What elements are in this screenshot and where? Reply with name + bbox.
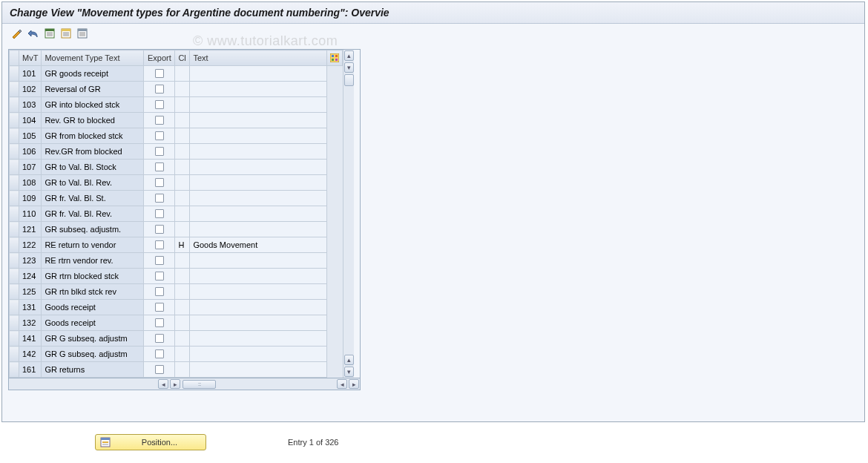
cell-text[interactable] xyxy=(190,253,327,269)
export-checkbox[interactable] xyxy=(155,318,164,327)
row-selector[interactable] xyxy=(10,222,19,237)
cell-desc[interactable]: Reversal of GR xyxy=(42,82,144,97)
cell-export[interactable] xyxy=(144,300,175,315)
cell-desc[interactable]: Rev. GR to blocked xyxy=(42,113,144,128)
cell-export[interactable] xyxy=(144,347,175,362)
row-selector[interactable] xyxy=(10,175,19,191)
cell-cl[interactable] xyxy=(175,284,190,300)
cell-export[interactable] xyxy=(144,113,175,128)
row-selector[interactable] xyxy=(10,66,19,82)
row-selector[interactable] xyxy=(10,253,19,269)
cell-desc[interactable]: GR fr. Val. Bl. Rev. xyxy=(42,206,144,222)
row-selector[interactable] xyxy=(10,237,19,253)
vertical-scrollbar[interactable]: ▴ ▾ ▴ ▾ xyxy=(343,50,354,378)
deselect-all-button[interactable] xyxy=(59,27,73,40)
cell-cl[interactable] xyxy=(175,362,190,378)
row-selector[interactable] xyxy=(10,128,19,144)
row-selector[interactable] xyxy=(10,97,19,113)
cell-cl[interactable] xyxy=(175,160,190,175)
cell-text[interactable] xyxy=(190,160,327,175)
col-header-cl[interactable]: Cl xyxy=(175,50,190,66)
cell-text[interactable] xyxy=(190,66,327,82)
cell-cl[interactable] xyxy=(175,331,190,347)
cell-mvt[interactable]: 107 xyxy=(19,160,42,175)
export-checkbox[interactable] xyxy=(155,240,164,249)
export-checkbox[interactable] xyxy=(155,272,164,280)
horizontal-scrollbar[interactable]: ◂ ▸ ::: ◂ ▸ xyxy=(8,378,361,390)
cell-mvt[interactable]: 109 xyxy=(19,191,42,206)
scroll-top-button[interactable]: ▴ xyxy=(344,50,354,61)
cell-export[interactable] xyxy=(144,269,175,284)
cell-text[interactable] xyxy=(190,347,327,362)
row-selector[interactable] xyxy=(10,144,19,160)
row-selector-header[interactable] xyxy=(10,50,19,66)
cell-mvt[interactable]: 161 xyxy=(19,362,42,378)
cell-export[interactable] xyxy=(144,362,175,378)
cell-desc[interactable]: GR subseq. adjustm. xyxy=(42,222,144,237)
cell-desc[interactable]: Goods receipt xyxy=(42,300,144,315)
export-checkbox[interactable] xyxy=(155,100,164,109)
cell-mvt[interactable]: 102 xyxy=(19,82,42,97)
cell-export[interactable] xyxy=(144,315,175,331)
cell-mvt[interactable]: 121 xyxy=(19,222,42,237)
cell-export[interactable] xyxy=(144,97,175,113)
cell-desc[interactable]: GR returns xyxy=(42,362,144,378)
row-selector[interactable] xyxy=(10,347,19,362)
cell-mvt[interactable]: 142 xyxy=(19,347,42,362)
cell-text[interactable] xyxy=(190,97,327,113)
col-header-export[interactable]: Export xyxy=(144,50,175,66)
cell-text[interactable] xyxy=(190,331,327,347)
scroll-up-button[interactable]: ▾ xyxy=(344,62,354,73)
cell-mvt[interactable]: 108 xyxy=(19,175,42,191)
scroll-thumb[interactable] xyxy=(344,74,354,86)
hscroll-left-button[interactable]: ◂ xyxy=(158,379,168,389)
row-selector[interactable] xyxy=(10,315,19,331)
toggle-display-change-button[interactable] xyxy=(10,27,24,40)
cell-desc[interactable]: GR into blocked stck xyxy=(42,97,144,113)
hscroll-thumb[interactable]: ::: xyxy=(183,380,216,389)
cell-cl[interactable] xyxy=(175,175,190,191)
cell-text[interactable] xyxy=(190,300,327,315)
position-button[interactable]: Position... xyxy=(95,434,206,450)
cell-export[interactable] xyxy=(144,331,175,347)
export-checkbox[interactable] xyxy=(155,334,164,343)
cell-cl[interactable] xyxy=(175,222,190,237)
cell-cl[interactable] xyxy=(175,66,190,82)
cell-mvt[interactable]: 106 xyxy=(19,144,42,160)
hscroll-track[interactable]: ::: xyxy=(181,378,336,390)
cell-mvt[interactable]: 141 xyxy=(19,331,42,347)
cell-cl[interactable] xyxy=(175,206,190,222)
scroll-bottom-button[interactable]: ▾ xyxy=(344,367,354,377)
export-checkbox[interactable] xyxy=(155,69,164,78)
hscroll-left2-button[interactable]: ◂ xyxy=(337,379,347,389)
cell-export[interactable] xyxy=(144,82,175,97)
cell-cl[interactable] xyxy=(175,144,190,160)
cell-mvt[interactable]: 125 xyxy=(19,284,42,300)
cell-mvt[interactable]: 131 xyxy=(19,300,42,315)
select-all-button[interactable] xyxy=(42,27,57,40)
cell-export[interactable] xyxy=(144,191,175,206)
cell-export[interactable] xyxy=(144,128,175,144)
row-selector[interactable] xyxy=(10,206,19,222)
row-selector[interactable] xyxy=(10,113,19,128)
cell-cl[interactable] xyxy=(175,191,190,206)
cell-cl[interactable] xyxy=(175,128,190,144)
cell-desc[interactable]: Rev.GR from blocked xyxy=(42,144,144,160)
row-selector[interactable] xyxy=(10,191,19,206)
row-selector[interactable] xyxy=(10,284,19,300)
cell-mvt[interactable]: 124 xyxy=(19,269,42,284)
export-checkbox[interactable] xyxy=(155,194,164,203)
cell-export[interactable] xyxy=(144,222,175,237)
cell-export[interactable] xyxy=(144,237,175,253)
table-settings-button[interactable] xyxy=(75,27,90,40)
cell-text[interactable] xyxy=(190,191,327,206)
cell-text[interactable] xyxy=(190,144,327,160)
cell-export[interactable] xyxy=(144,66,175,82)
cell-desc[interactable]: GR to Val. Bl. Stock xyxy=(42,160,144,175)
configure-columns-button[interactable] xyxy=(327,50,343,66)
cell-desc[interactable]: GR from blocked stck xyxy=(42,128,144,144)
cell-text[interactable] xyxy=(190,362,327,378)
cell-desc[interactable]: GR G subseq. adjustm xyxy=(42,347,144,362)
scroll-track[interactable] xyxy=(343,87,354,354)
cell-export[interactable] xyxy=(144,284,175,300)
